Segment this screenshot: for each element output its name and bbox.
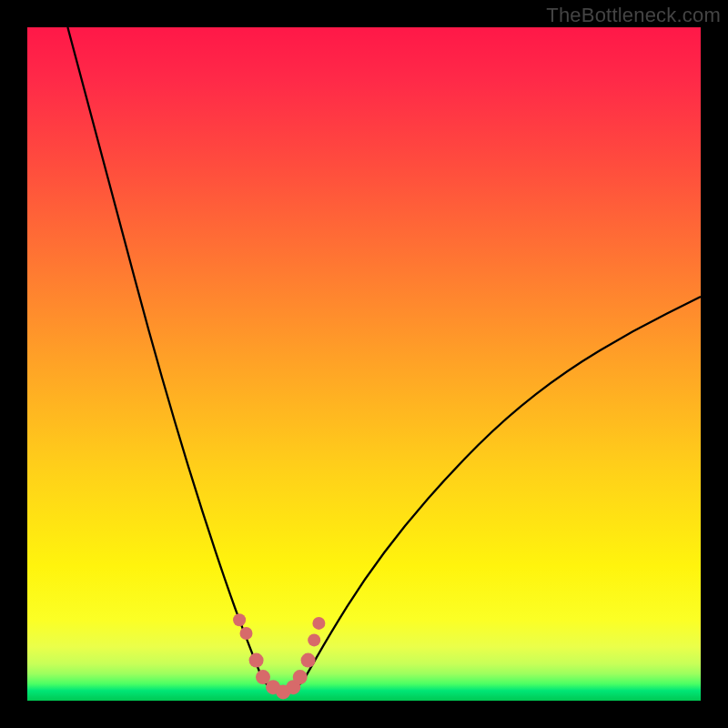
highlight-dot — [249, 653, 264, 668]
highlight-dot — [233, 613, 246, 626]
highlight-dot — [312, 617, 325, 630]
plot-area — [27, 27, 701, 701]
highlight-dot — [240, 627, 253, 640]
watermark-text: TheBottleneck.com — [546, 4, 721, 27]
highlight-dot — [308, 633, 320, 646]
chart-frame: TheBottleneck.com — [0, 0, 728, 728]
bottleneck-curve — [67, 27, 701, 694]
highlight-dot — [301, 653, 316, 668]
highlight-dot — [293, 670, 308, 684]
curve-svg — [27, 27, 701, 701]
highlight-dots — [233, 613, 325, 699]
